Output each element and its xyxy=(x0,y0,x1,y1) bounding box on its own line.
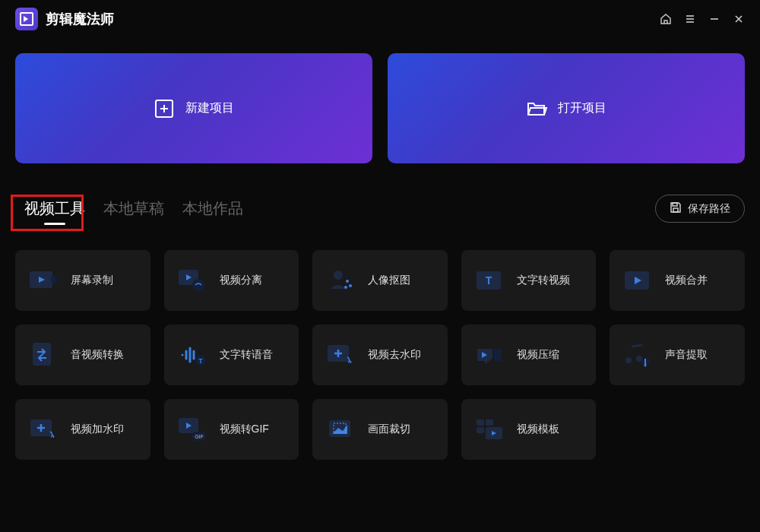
header: 剪辑魔法师 xyxy=(0,0,760,38)
tool-label: 视频转GIF xyxy=(220,423,269,436)
save-icon xyxy=(670,201,682,216)
crop-icon xyxy=(324,413,357,446)
tool-label: 画面裁切 xyxy=(368,423,410,436)
home-icon[interactable] xyxy=(660,13,672,25)
tool-label: 视频压缩 xyxy=(517,348,559,362)
folder-open-icon xyxy=(526,98,547,119)
tool-label: 视频去水印 xyxy=(368,348,421,362)
close-icon[interactable] xyxy=(733,13,745,25)
tool-screen-record[interactable]: 屏幕录制 xyxy=(15,250,150,311)
svg-rect-52 xyxy=(486,420,493,426)
svg-point-20 xyxy=(344,286,347,289)
window-controls xyxy=(660,13,745,25)
open-project-label: 打开项目 xyxy=(558,100,606,116)
svg-text:T: T xyxy=(486,274,492,287)
tool-remove-watermark[interactable]: 视频去水印 xyxy=(312,325,448,385)
tool-audio-extract[interactable]: 声音提取 xyxy=(610,325,745,385)
tabs: 视频工具 本地草稿 本地作品 xyxy=(15,194,252,223)
tab-video-tools[interactable]: 视频工具 xyxy=(15,194,94,223)
tool-add-watermark[interactable]: 视频加水印 xyxy=(15,399,150,460)
tool-label: 屏幕录制 xyxy=(71,274,113,287)
tool-crop[interactable]: 画面裁切 xyxy=(312,399,448,460)
tool-label: 音视频转换 xyxy=(71,348,124,362)
plus-square-icon xyxy=(154,98,175,119)
tool-av-convert[interactable]: 音视频转换 xyxy=(15,325,150,385)
main-actions: 新建项目 打开项目 xyxy=(0,38,760,179)
tool-label: 声音提取 xyxy=(665,348,708,362)
svg-rect-53 xyxy=(477,427,484,433)
tool-label: 文字转视频 xyxy=(517,274,570,287)
svg-point-18 xyxy=(346,280,349,283)
tool-label: 视频加水印 xyxy=(71,423,124,436)
app-title: 剪辑魔法师 xyxy=(46,10,114,28)
tool-video-template[interactable]: 视频模板 xyxy=(461,399,597,460)
tool-text-to-speech[interactable]: T 文字转语音 xyxy=(164,325,299,385)
svg-point-19 xyxy=(349,284,352,287)
svg-rect-51 xyxy=(477,420,484,426)
app-brand: 剪辑魔法师 xyxy=(15,8,114,30)
av-convert-icon xyxy=(27,338,60,372)
video-template-icon xyxy=(473,413,506,446)
new-project-button[interactable]: 新建项目 xyxy=(15,53,372,163)
save-path-label: 保存路径 xyxy=(688,202,730,216)
remove-watermark-icon xyxy=(324,338,357,372)
tool-label: 视频模板 xyxy=(517,423,559,436)
svg-line-37 xyxy=(632,345,642,347)
video-to-gif-icon: GIF xyxy=(176,413,209,446)
minimize-icon[interactable] xyxy=(708,13,720,25)
tool-text-to-video[interactable]: T 文字转视频 xyxy=(461,250,597,311)
text-to-speech-icon: T xyxy=(176,338,209,372)
svg-text:GIF: GIF xyxy=(195,434,204,439)
app-logo-icon xyxy=(15,8,38,30)
svg-text:T: T xyxy=(198,357,203,365)
svg-point-16 xyxy=(192,279,204,291)
svg-rect-13 xyxy=(51,276,57,283)
open-project-button[interactable]: 打开项目 xyxy=(388,53,745,163)
save-path-button[interactable]: 保存路径 xyxy=(655,195,745,223)
new-project-label: 新建项目 xyxy=(185,100,234,116)
video-merge-icon xyxy=(621,264,654,297)
audio-extract-icon xyxy=(621,338,654,372)
add-watermark-icon xyxy=(27,413,60,446)
tool-label: 视频分离 xyxy=(220,274,262,287)
video-compress-icon xyxy=(473,338,506,372)
tool-label: 视频合并 xyxy=(665,274,708,287)
svg-point-17 xyxy=(334,271,343,280)
tool-video-separate[interactable]: 视频分离 xyxy=(164,250,299,311)
svg-rect-36 xyxy=(494,349,502,361)
tool-portrait-matting[interactable]: 人像抠图 xyxy=(312,250,448,311)
menu-icon[interactable] xyxy=(684,13,696,25)
tab-local-works[interactable]: 本地作品 xyxy=(173,194,252,223)
tab-row: 视频工具 本地草稿 本地作品 保存路径 xyxy=(0,179,760,235)
tool-video-compress[interactable]: 视频压缩 xyxy=(461,325,597,385)
tab-local-drafts[interactable]: 本地草稿 xyxy=(94,194,173,223)
tool-video-to-gif[interactable]: GIF 视频转GIF xyxy=(164,399,299,460)
svg-rect-10 xyxy=(673,208,678,212)
tool-grid: 屏幕录制 视频分离 人像抠图 T 文字转视频 视频合并 音视频转换 T xyxy=(0,235,760,475)
text-to-video-icon: T xyxy=(473,264,506,297)
video-separate-icon xyxy=(176,264,209,297)
svg-rect-9 xyxy=(673,203,677,206)
tool-label: 人像抠图 xyxy=(368,274,410,287)
portrait-matting-icon xyxy=(324,264,357,297)
screen-record-icon xyxy=(27,264,60,297)
tool-video-merge[interactable]: 视频合并 xyxy=(610,250,745,311)
tool-label: 文字转语音 xyxy=(220,348,273,362)
